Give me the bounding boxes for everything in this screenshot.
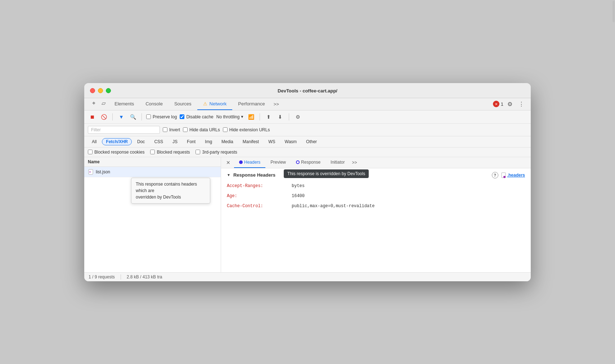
type-btn-media[interactable]: Media xyxy=(217,138,237,145)
hide-ext-urls-checkbox[interactable] xyxy=(223,127,228,132)
third-party-checkbox[interactable] xyxy=(196,150,200,154)
detail-close-button[interactable]: ✕ xyxy=(224,158,233,167)
type-btn-js[interactable]: JS xyxy=(169,138,181,145)
network-settings-icon[interactable]: ⚙ xyxy=(293,113,302,121)
tab-sources[interactable]: Sources xyxy=(169,98,197,110)
more-options-icon[interactable]: ⋮ xyxy=(516,99,526,109)
detail-tab-initiator[interactable]: Initiator xyxy=(326,157,350,168)
headers-file-link[interactable]: .headers xyxy=(501,172,525,178)
devtools-window: DevTools - coffee-cart.app/ ⌖ ▱ Elements… xyxy=(84,83,531,281)
wifi-settings-icon[interactable]: 📶 xyxy=(247,113,255,121)
clear-button[interactable]: 🚫 xyxy=(99,113,108,121)
blocked-cookies-label[interactable]: Blocked response cookies xyxy=(88,150,144,155)
headers-override-dot-filled xyxy=(239,160,243,164)
type-btn-doc[interactable]: Doc xyxy=(133,138,149,145)
stop-recording-button[interactable]: ⏹ xyxy=(88,113,96,121)
import-icon[interactable]: ⬆ xyxy=(264,113,273,121)
detail-tab-preview[interactable]: Preview xyxy=(265,157,291,168)
type-btn-other[interactable]: Other xyxy=(302,138,321,145)
toolbar-right-area: ✕ 1 ⚙ ⋮ xyxy=(493,98,526,110)
inspect-icon[interactable]: ⌖ xyxy=(89,98,99,108)
detail-more-tabs-button[interactable]: >> xyxy=(350,158,359,168)
close-button[interactable] xyxy=(90,88,95,93)
settings-icon[interactable]: ⚙ xyxy=(505,99,515,109)
response-headers-title: ▼ Response Headers ? .headers xyxy=(227,172,525,178)
type-btn-font[interactable]: Font xyxy=(183,138,199,145)
search-icon[interactable]: 🔍 xyxy=(129,113,137,121)
collapse-triangle-icon[interactable]: ▼ xyxy=(227,173,230,177)
json-file-icon xyxy=(88,169,94,175)
maximize-button[interactable] xyxy=(106,88,111,93)
response-override-tooltip: This response is overridden by DevTools xyxy=(284,169,369,178)
chevron-down-icon: ▼ xyxy=(240,115,244,119)
disable-cache-checkbox-label[interactable]: Disable cache xyxy=(180,114,213,119)
request-row-list-json[interactable]: list.json This response contains headers… xyxy=(84,167,221,177)
detail-tab-response[interactable]: Response This response is overridden by … xyxy=(291,157,326,168)
invert-checkbox[interactable] xyxy=(163,127,167,132)
response-headers-section: ▼ Response Headers ? .headers xyxy=(221,168,531,272)
error-count: 1 xyxy=(501,101,503,107)
tab-performance[interactable]: Performance xyxy=(232,98,270,110)
network-warning-icon: ⚠ xyxy=(203,101,207,106)
requests-count: 1 / 9 requests xyxy=(89,274,115,279)
divider-2 xyxy=(142,113,142,120)
blocked-cookies-checkbox[interactable] xyxy=(88,150,93,154)
window-title: DevTools - coffee-cart.app/ xyxy=(278,88,337,94)
export-icon[interactable]: ⬇ xyxy=(276,113,284,121)
preserve-log-checkbox[interactable] xyxy=(146,114,151,119)
traffic-lights xyxy=(90,88,111,93)
help-icon[interactable]: ? xyxy=(492,172,498,178)
tab-console[interactable]: Console xyxy=(140,98,169,110)
request-name: list.json xyxy=(96,169,110,174)
transfer-size: 2.8 kB / 413 kB tra xyxy=(127,274,162,279)
main-content: Name list.json This response contains he… xyxy=(84,157,531,272)
header-row-accept-ranges: Accept-Ranges: bytes xyxy=(227,183,525,189)
status-divider xyxy=(121,274,121,279)
hide-data-urls-checkbox-label[interactable]: Hide data URLs xyxy=(183,127,220,132)
detail-tabs-bar: ✕ Headers Preview Response This response… xyxy=(221,157,531,168)
tab-elements[interactable]: Elements xyxy=(109,98,140,110)
hide-ext-urls-checkbox-label[interactable]: Hide extension URLs xyxy=(223,127,270,132)
type-filter-row: All Fetch/XHR Doc CSS JS Font Img Media … xyxy=(84,136,531,147)
divider-3 xyxy=(260,113,260,120)
section-header-right: ? .headers xyxy=(492,172,525,178)
detail-tab-headers[interactable]: Headers xyxy=(234,157,265,168)
filter-icon[interactable]: ▼ xyxy=(117,113,126,121)
name-column-header: Name xyxy=(84,157,221,167)
response-override-dot-outline xyxy=(296,160,300,164)
more-tabs-button[interactable]: >> xyxy=(271,98,282,110)
request-list-panel: Name list.json This response contains he… xyxy=(84,157,221,272)
type-btn-fetchxhr[interactable]: Fetch/XHR xyxy=(102,138,132,145)
type-btn-ws[interactable]: WS xyxy=(264,138,279,145)
disable-cache-checkbox[interactable] xyxy=(180,114,184,119)
type-btn-manifest[interactable]: Manifest xyxy=(239,138,263,145)
invert-checkbox-label[interactable]: Invert xyxy=(163,127,180,132)
filter-row: Invert Hide data URLs Hide extension URL… xyxy=(84,124,531,136)
blocked-requests-checkbox[interactable] xyxy=(150,150,155,154)
blocked-requests-label[interactable]: Blocked requests xyxy=(150,150,190,155)
header-row-age: Age: 16400 xyxy=(227,193,525,199)
divider-1 xyxy=(112,113,113,120)
minimize-button[interactable] xyxy=(98,88,103,93)
error-badge-area: ✕ 1 xyxy=(493,101,503,107)
titlebar: DevTools - coffee-cart.app/ xyxy=(84,83,531,98)
network-toolbar: ⏹ 🚫 ▼ 🔍 Preserve log Disable cache No th… xyxy=(84,110,531,124)
third-party-label[interactable]: 3rd-party requests xyxy=(196,150,237,155)
header-row-cache-control: Cache-Control: public,max-age=0,must-rev… xyxy=(227,203,525,209)
type-btn-all[interactable]: All xyxy=(88,138,100,145)
blocked-row: Blocked response cookies Blocked request… xyxy=(84,147,531,157)
type-btn-img[interactable]: Img xyxy=(201,138,216,145)
throttle-dropdown[interactable]: No throttling ▼ xyxy=(216,114,244,119)
svg-rect-0 xyxy=(89,169,93,174)
divider-4 xyxy=(289,113,289,120)
type-btn-wasm[interactable]: Wasm xyxy=(281,138,301,145)
tab-network[interactable]: ⚠ Network xyxy=(197,98,233,110)
hide-data-urls-checkbox[interactable] xyxy=(183,127,188,132)
svg-point-3 xyxy=(503,176,506,178)
status-bar: 1 / 9 requests 2.8 kB / 413 kB tra xyxy=(84,272,531,281)
preserve-log-checkbox-label[interactable]: Preserve log xyxy=(146,114,177,119)
detail-panel: ✕ Headers Preview Response This response… xyxy=(221,157,531,272)
type-btn-css[interactable]: CSS xyxy=(150,138,167,145)
device-icon[interactable]: ▱ xyxy=(99,98,109,108)
filter-input[interactable] xyxy=(88,126,160,134)
